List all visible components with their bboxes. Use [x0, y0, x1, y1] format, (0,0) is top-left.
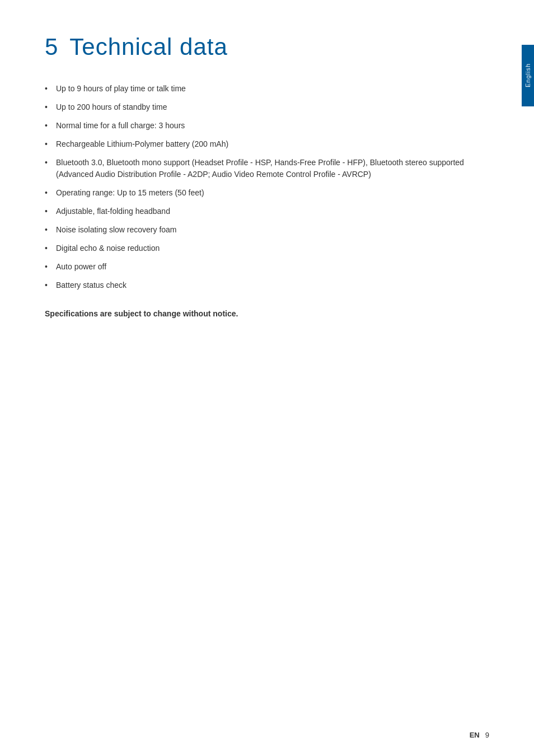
footer-lang: EN [470, 731, 480, 739]
sidebar-tab: English [522, 45, 534, 106]
list-item: Noise isolating slow recovery foam [45, 224, 489, 236]
specifications-note: Specifications are subject to change wit… [45, 308, 257, 320]
list-item: Rechargeable Lithium-Polymer battery (20… [45, 138, 489, 150]
sidebar-label: English [524, 63, 531, 87]
chapter-number: 5 [45, 34, 58, 60]
list-item: Operating range: Up to 15 meters (50 fee… [45, 187, 489, 199]
list-item: Auto power off [45, 261, 489, 273]
list-item: Digital echo & noise reduction [45, 242, 489, 254]
list-item: Battery status check [45, 279, 489, 291]
footer: EN 9 [470, 731, 489, 739]
list-item: Up to 9 hours of play time or talk time [45, 83, 489, 95]
list-item: Adjustable, flat-folding headband [45, 206, 489, 217]
list-item: Bluetooth 3.0, Bluetooth mono support (H… [45, 157, 489, 180]
chapter-title: Technical data [69, 34, 228, 60]
technical-data-list: Up to 9 hours of play time or talk timeU… [45, 83, 489, 291]
footer-page: 9 [485, 731, 489, 739]
list-item: Normal time for a full charge: 3 hours [45, 120, 489, 132]
list-item: Up to 200 hours of standby time [45, 101, 489, 113]
page-container: English 5Technical data Up to 9 hours of… [0, 0, 534, 756]
page-title: 5Technical data [45, 34, 489, 60]
